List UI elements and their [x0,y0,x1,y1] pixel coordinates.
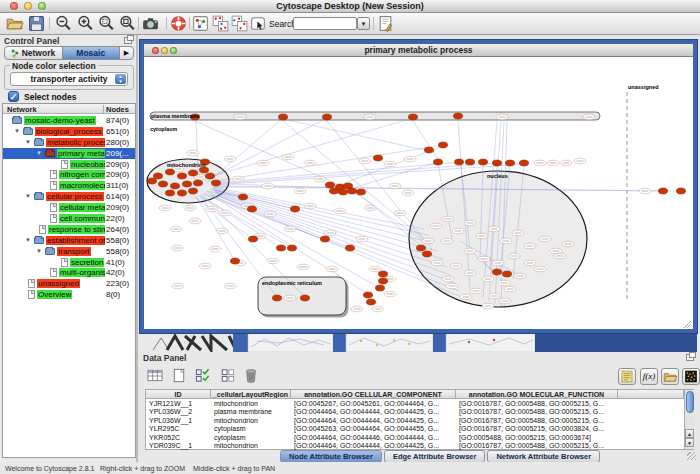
tree-row-label[interactable]: secretion [70,258,104,267]
tree-row-label[interactable]: cell communicat [59,214,105,223]
tree-row[interactable]: cellular metabo209(0) [3,202,135,213]
expand-triangle-icon[interactable]: ▼ [36,150,42,156]
attribute-matrix-icon[interactable] [682,368,700,385]
table-cell[interactable]: [GO:0016787, GO:0005215, GO:0003824, G..… [456,425,618,433]
help-icon[interactable] [169,14,188,33]
tree-row-label[interactable]: establishment of lo [46,236,105,245]
table-cell[interactable]: [GO:0005488, GO:0005215, GO:0003674] [456,434,618,442]
network-window-titlebar[interactable]: primary metabolic process [144,44,693,57]
tree-row-label[interactable]: cellular metabo [59,203,105,212]
table-cell[interactable]: mitochondrion [211,400,291,408]
table-cell[interactable]: YPL036W__1 [146,417,211,425]
new-attribute-icon[interactable] [170,367,188,384]
table-scrollbar[interactable]: ▲▼ [684,390,694,449]
tree-row[interactable]: response to stimul264(0) [3,224,135,235]
tree-row-label[interactable]: transport [57,247,91,256]
expand-triangle-icon[interactable]: ▼ [14,128,20,134]
tab-network[interactable]: Network [5,47,62,59]
attribute-table-icon[interactable] [146,367,164,384]
tree-row[interactable]: mosaic-demo-yeast874(0) [3,115,135,126]
tree-row[interactable]: unassigned223(0) [3,278,135,289]
table-cell[interactable]: cytoplasm [211,425,291,433]
tabs-overflow-arrow[interactable]: ▶ [120,47,133,59]
tree-row-label[interactable]: unassigned [37,279,80,288]
combo-stepper-icon[interactable]: ▲▼ [115,74,126,84]
tree-row[interactable]: multi-organism pro42(0) [3,267,135,278]
tree-row-label[interactable]: Overview [37,290,72,299]
column-header[interactable]: _cellularLayoutRegion [211,390,291,399]
tree-row[interactable]: secretion41(0) [3,257,135,268]
scrollbar-thumb[interactable] [686,391,694,413]
unselect-attributes-icon[interactable] [218,367,236,384]
table-cell[interactable]: YJR121W__1 [146,400,211,408]
zoom-selected-icon[interactable] [97,14,116,33]
merge-networks-icon[interactable] [211,14,230,33]
network-canvas[interactable]: plasma membranecytoplasmmitochondrionnuc… [144,58,693,329]
vizmapper-icon[interactable] [191,14,210,33]
delete-attribute-icon[interactable] [242,367,260,384]
table-cell[interactable]: [GO:0016787, GO:0005488, GO:0005215, G..… [456,417,618,425]
search-dropdown-icon[interactable]: ▼ [357,17,370,30]
table-cell[interactable]: mitochondrion [211,417,291,425]
table-cell[interactable]: [GO:0044464, GO:0044444, GO:0044425, G..… [291,408,456,416]
open-icon[interactable] [5,14,24,33]
tree-row[interactable]: ▼transport558(0) [3,246,135,257]
node-color-combo[interactable]: transporter activity ▲▼ [10,72,128,86]
annotation-icon[interactable] [249,14,268,33]
scroll-down-icon[interactable]: ▼ [685,438,694,447]
column-header[interactable]: annotation.GO CELLULAR_COMPONENT [291,390,456,399]
tree-row-label[interactable]: cellular process [46,192,104,201]
table-cell[interactable]: [GO:0016787, GO:0005488, GO:0005215, G..… [456,400,618,408]
tree-row[interactable]: nitrogen compo209(0) [3,169,135,180]
tree-row-label[interactable]: mosaic-demo-yeast [24,116,96,125]
save-icon[interactable] [27,14,46,33]
tree-row[interactable]: macromolecule311(0) [3,180,135,191]
expand-triangle-icon[interactable]: ▼ [25,139,31,145]
tree-row[interactable]: ▼cellular process614(0) [3,191,135,202]
tree-row[interactable]: ▼establishment of lo558(0) [3,235,135,246]
table-cell[interactable]: [GO:0016787, GO:0005488, GO:0005215, G..… [456,408,618,416]
tree-row-label[interactable]: nitrogen compo [59,170,105,179]
expand-triangle-icon[interactable]: ▼ [25,193,31,199]
select-attributes-icon[interactable] [194,367,212,384]
column-header[interactable]: ID [146,390,211,399]
zoom-fit-icon[interactable] [118,14,137,33]
table-cell[interactable]: YKR052C [146,434,211,442]
search-input[interactable] [293,17,357,30]
tree-row-label[interactable]: primary metabo [57,149,105,158]
tab-mosaic[interactable]: Mosaic [62,47,121,59]
attribute-list-icon[interactable] [618,368,636,385]
tree-row-label[interactable]: multi-organism pro [59,268,105,277]
zoom-in-icon[interactable] [76,14,95,33]
table-cell[interactable]: YLR295C [146,425,211,433]
select-nodes-checkbox[interactable]: ✓ [8,91,19,102]
tree-row[interactable]: Overview8(0) [3,289,135,300]
tree-row[interactable]: ▼metabolic process280(0) [3,137,135,148]
column-header[interactable]: annotation.GO MOLECULAR_FUNCTION [456,390,618,399]
resize-grip[interactable] [687,452,696,460]
table-cell[interactable]: [GO:0045263, GO:0044464, GO:0044455, G..… [291,425,456,433]
table-cell[interactable]: YPL036W__2 [146,408,211,416]
tree-row-label[interactable]: response to stimul [48,225,105,234]
tree-row[interactable]: cell communicat22(0) [3,213,135,224]
function-builder-icon[interactable]: f(x) [640,368,658,385]
tree-row-label[interactable]: metabolic process [46,138,105,147]
table-cell[interactable]: mitochondrion [211,442,291,450]
import-icon[interactable] [376,14,395,33]
zoom-out-icon[interactable] [54,14,73,33]
snapshot-icon[interactable] [141,14,160,33]
table-cell[interactable]: plasma membrane [211,408,291,416]
table-cell[interactable]: [GO:0044464, GO:0044444, GO:0044425, G..… [291,417,456,425]
float-panel-icon[interactable] [686,354,694,361]
table-cell[interactable]: YDR039C__1 [146,442,211,450]
table-cell[interactable]: [GO:0045267, GO:0045261, GO:0044464, G..… [291,400,456,408]
float-panel-icon[interactable] [124,37,132,44]
tree-row[interactable]: nucleobase-209(0) [3,159,135,170]
tree-row[interactable]: ▼biological_process651(0) [3,126,135,137]
merge-networks2-icon[interactable] [230,14,249,33]
tree-row-label[interactable]: biological_process [35,127,103,136]
table-cell[interactable]: cytoplasm [211,434,291,442]
import-attributes-icon[interactable] [661,368,679,385]
tree-row-label[interactable]: macromolecule [59,181,105,190]
tree-row-label[interactable]: nucleobase- [70,160,105,169]
